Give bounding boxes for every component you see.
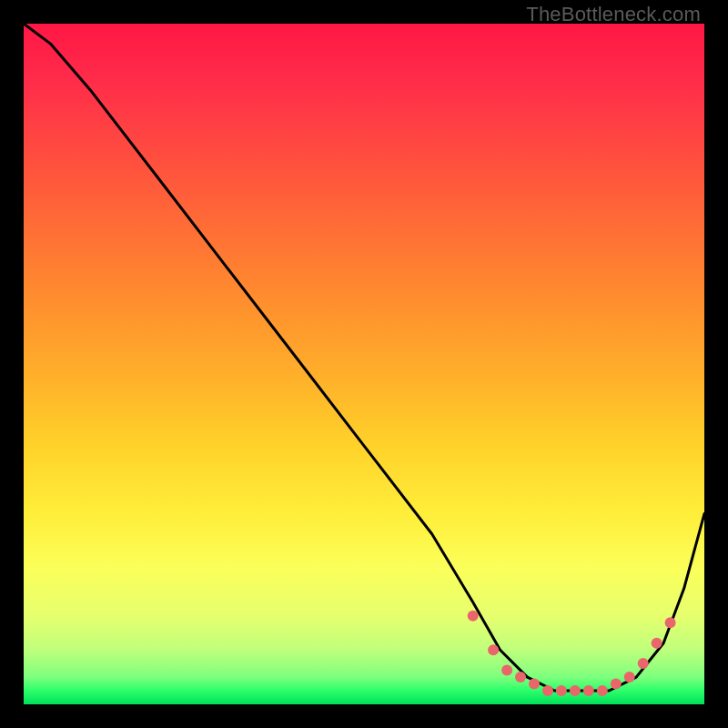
- marker-dot: [624, 672, 635, 682]
- marker-dot: [638, 658, 649, 669]
- chart-svg: [24, 24, 704, 704]
- plot-area: [24, 24, 704, 704]
- marker-dot: [468, 611, 479, 622]
- marker-dot: [652, 638, 662, 649]
- marker-dot: [665, 617, 676, 628]
- marker-dot: [515, 672, 526, 682]
- marker-dot: [529, 679, 540, 690]
- marker-dot: [583, 685, 594, 696]
- marker-dot: [556, 685, 567, 696]
- marker-dot: [542, 685, 553, 696]
- marker-dot: [570, 685, 581, 696]
- marker-dot: [488, 644, 499, 655]
- chart-frame: TheBottleneck.com: [0, 0, 728, 728]
- bottleneck-curve: [24, 24, 704, 691]
- marker-dot: [611, 679, 622, 690]
- bottleneck-floor-markers: [468, 611, 676, 696]
- marker-dot: [501, 665, 512, 676]
- marker-dot: [597, 685, 608, 696]
